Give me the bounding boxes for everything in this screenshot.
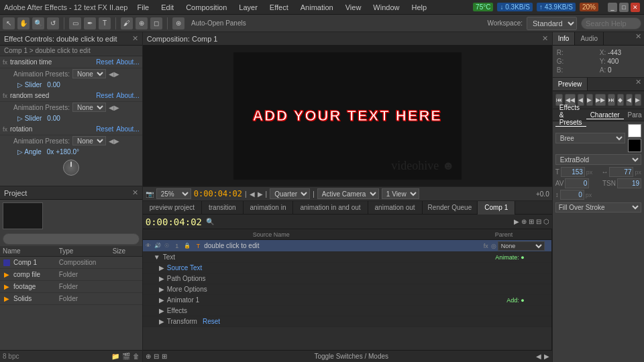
tsn-input[interactable] (617, 178, 641, 188)
tab-effects-presets[interactable]: Effects & Presets (555, 104, 586, 127)
resolution-select[interactable]: QuarterFullHalf (270, 188, 310, 199)
tl-footer-icon-2[interactable]: ⊟ (154, 353, 159, 360)
prev-forward[interactable]: ▶▶ (595, 94, 606, 106)
project-item-compfile[interactable]: ▶ comp file Folder (0, 269, 142, 281)
tab-character[interactable]: Character (586, 111, 624, 119)
lc-solo[interactable]: ☉ (163, 242, 171, 250)
lc-lock[interactable]: 🔒 (183, 242, 191, 250)
lc-visibility[interactable]: 👁 (144, 242, 152, 250)
lc-audio[interactable]: 🔊 (154, 242, 162, 250)
project-item-footage[interactable]: ▶ footage Folder (0, 281, 142, 293)
reset-transition[interactable]: Reset (96, 58, 113, 66)
expand-path-icon[interactable]: ▶ (159, 275, 164, 282)
fill-stroke-select[interactable]: Fill Over Stroke (555, 202, 641, 213)
search-timeline-icon[interactable]: 🔍 (206, 218, 214, 225)
tl-ctrl-icon-2[interactable]: ⊕ (521, 218, 527, 225)
expand-source-icon[interactable]: ▶ (159, 264, 164, 272)
anim-nav-left-random[interactable]: ◀ (109, 104, 114, 111)
tool-select[interactable]: ↖ (3, 17, 15, 29)
parent-select-1[interactable]: None (498, 241, 545, 251)
layer-row-1[interactable]: 👁 🔊 ☉ 1 🔒 T double click to edit fx ◎ (143, 240, 551, 252)
prev-loop[interactable]: ◆ (617, 94, 624, 106)
tool-eraser[interactable]: ◻ (150, 17, 162, 29)
prev-last-frame[interactable]: ⏭ (608, 94, 615, 106)
layer-motion-blur[interactable]: ◎ (491, 243, 496, 249)
frame-forward-icon[interactable]: ▶ (258, 190, 263, 198)
fill-color-swatch[interactable] (628, 124, 641, 137)
source-text-link[interactable]: Source Text (167, 264, 203, 272)
anim-preset-nav-left[interactable]: ◀ (109, 70, 114, 78)
rotation-dial[interactable] (63, 160, 79, 176)
animate-label[interactable]: Animate: ● (495, 254, 524, 261)
search-input[interactable] (581, 17, 641, 29)
layer-fx-icon[interactable]: fx (484, 243, 488, 249)
tab-animation-in[interactable]: animation in (244, 201, 294, 215)
anim-nav-left-rotation[interactable]: ◀ (109, 137, 114, 145)
tab-preview-project[interactable]: preview project (143, 201, 202, 215)
prev-audio-forward[interactable]: ▶ (635, 94, 641, 106)
expand-effects-icon[interactable]: ▶ (159, 307, 164, 314)
project-search-input[interactable] (3, 233, 140, 245)
tl-footer-icon-1[interactable]: ⊕ (146, 353, 151, 360)
camera-select[interactable]: Active Camera (317, 188, 379, 199)
preview-close[interactable]: ✕ (635, 78, 644, 90)
about-random[interactable]: About... (116, 92, 139, 99)
anim-preset-nav-right[interactable]: ▶ (114, 70, 119, 78)
anim-preset-select-rotation[interactable]: None (72, 136, 106, 145)
about-transition[interactable]: About... (116, 58, 139, 66)
prev-play[interactable]: ▶ (586, 94, 593, 106)
tab-info[interactable]: Info (553, 32, 576, 45)
project-item-solids[interactable]: ▶ Solids Folder (0, 293, 142, 305)
menu-animation[interactable]: Animation (298, 2, 336, 13)
add-label[interactable]: Add: ● (506, 297, 524, 304)
tool-clone[interactable]: ⊕ (136, 17, 148, 29)
tab-para[interactable]: Para (624, 111, 644, 119)
composition-close[interactable]: ✕ (542, 34, 548, 43)
stroke-color-swatch[interactable] (628, 139, 641, 152)
tool-hand[interactable]: ✋ (17, 17, 30, 29)
tl-ctrl-icon-3[interactable]: ⊞ (529, 218, 534, 225)
menu-view[interactable]: View (343, 2, 364, 13)
view-select[interactable]: 1 View (382, 188, 419, 199)
project-delete-icon[interactable]: 🗑 (133, 353, 140, 360)
tool-rotate[interactable]: ↺ (47, 17, 59, 29)
anim-nav-right-random[interactable]: ▶ (114, 104, 119, 111)
about-rotation[interactable]: About... (116, 125, 139, 133)
project-new-comp-icon[interactable]: 🎬 (122, 353, 130, 360)
maximize-button[interactable]: □ (619, 3, 629, 12)
tl-ctrl-icon-4[interactable]: ⊟ (536, 218, 541, 225)
font-size-input[interactable] (561, 167, 585, 177)
tool-rect-mask[interactable]: ▭ (69, 17, 81, 29)
tool-text[interactable]: T (99, 17, 111, 29)
transform-reset-link[interactable]: Reset (203, 318, 220, 325)
expand-animator-icon[interactable]: ▶ (159, 296, 164, 304)
anim-preset-select-transition[interactable]: None (72, 69, 106, 78)
font-family-select[interactable]: Bree (555, 133, 625, 143)
toggle-switches-modes[interactable]: Toggle Switches / Modes (314, 353, 388, 360)
project-close[interactable]: ✕ (132, 188, 138, 197)
tl-footer-icon-4[interactable]: ◀ (536, 353, 541, 360)
tl-ctrl-icon-1[interactable]: ▶ (514, 218, 519, 225)
project-item-comp1[interactable]: Comp 1 Composition (0, 257, 142, 269)
menu-composition[interactable]: Composition (183, 2, 229, 13)
tab-render-queue[interactable]: Render Queue (423, 201, 478, 215)
anim-nav-right-rotation[interactable]: ▶ (114, 137, 119, 145)
workspace-select[interactable]: Standard (527, 17, 577, 30)
tl-footer-icon-3[interactable]: ⊞ (162, 353, 167, 360)
expand-transform-icon[interactable]: ▶ (159, 318, 164, 325)
tab-animation-in-out[interactable]: animation in and out (293, 201, 368, 215)
anim-preset-select-random[interactable]: None (72, 103, 106, 112)
close-button[interactable]: ✕ (631, 3, 640, 12)
av-input[interactable] (565, 178, 589, 188)
baseline-input[interactable] (560, 190, 584, 200)
menu-window[interactable]: Window (370, 2, 402, 13)
info-close[interactable]: ✕ (635, 32, 644, 45)
tab-audio[interactable]: Audio (575, 32, 604, 45)
menu-file[interactable]: File (134, 2, 152, 13)
tool-pen[interactable]: ✒ (84, 17, 96, 29)
font-style-select[interactable]: ExtraBold (555, 154, 641, 165)
effect-controls-close[interactable]: ✕ (132, 34, 138, 43)
menu-help[interactable]: Help (409, 2, 429, 13)
zoom-select[interactable]: 25%50%100% (156, 188, 191, 199)
menu-edit[interactable]: Edit (158, 2, 176, 13)
